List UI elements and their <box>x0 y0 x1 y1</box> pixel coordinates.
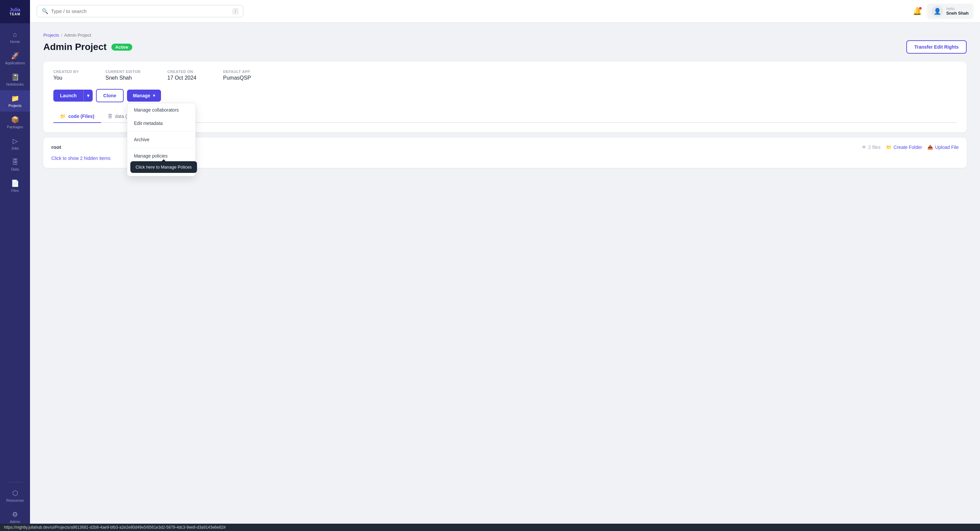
sidebar-item-projects[interactable]: 📁 Projects <box>0 90 30 112</box>
check-compliance-item[interactable]: Check compliance Beta <box>127 163 195 176</box>
manage-dropdown-wrapper: Manage ▾ Manage collaborators Edit metad… <box>127 90 161 101</box>
upload-file-button[interactable]: 📤 Upload File <box>928 144 959 150</box>
launch-button[interactable]: Launch <box>53 90 83 101</box>
breadcrumb-separator: / <box>61 33 62 38</box>
files-count-button[interactable]: 👁 2 files <box>862 144 881 150</box>
meta-row: CREATED BY You CURRENT EDITOR Sneh Shah … <box>53 70 957 81</box>
sidebar-item-label: Admin <box>10 520 20 524</box>
archive-item[interactable]: Archive <box>127 133 195 146</box>
sidebar-item-label: Projects <box>8 104 22 108</box>
topbar-right: 🔔 👤 Hello, Sneh Shah <box>913 4 973 19</box>
create-folder-button[interactable]: 📁 Create Folder <box>886 144 922 150</box>
sidebar-item-applications[interactable]: 🚀 Applications <box>0 48 30 69</box>
sidebar-item-label: Files <box>11 189 19 193</box>
file-root-label: root <box>51 144 61 150</box>
sidebar-item-jobs[interactable]: ▷ Jobs <box>0 133 30 154</box>
code-files-icon: 📁 <box>60 114 66 119</box>
transfer-edit-rights-button[interactable]: Transfer Edit Rights <box>906 40 967 54</box>
default-app-label: DEFAULT APP <box>223 70 251 74</box>
manage-dropdown-arrow: ▾ <box>153 93 155 98</box>
sidebar-item-data[interactable]: 🗄 Data <box>0 154 30 175</box>
sidebar-item-packages[interactable]: 📦 Packages <box>0 112 30 133</box>
file-actions: 👁 2 files 📁 Create Folder 📤 Upload File <box>862 144 959 150</box>
manage-policies-item[interactable]: Manage policies <box>127 149 195 163</box>
breadcrumb-current: Admin Project <box>64 33 91 38</box>
url-bar: https://nightly.juliahub.dev/ui/Projects… <box>0 524 980 531</box>
status-badge: Active <box>111 44 132 51</box>
dropdown-divider-2 <box>127 147 195 148</box>
packages-icon: 📦 <box>11 116 19 124</box>
sidebar-item-label: Applications <box>5 61 25 65</box>
launch-dropdown-button[interactable]: ▾ <box>83 90 93 101</box>
data-icon: 🗄 <box>108 114 112 119</box>
notification-dot <box>919 7 922 10</box>
beta-badge: Beta <box>175 166 189 172</box>
data-icon: 🗄 <box>12 158 18 166</box>
show-hidden-items-button[interactable]: Click to show 2 hidden items <box>51 155 110 161</box>
meta-created-on: CREATED ON 17 Oct 2024 <box>167 70 196 81</box>
jobs-icon: ▷ <box>13 137 18 145</box>
notifications-button[interactable]: 🔔 <box>913 7 922 16</box>
content: Projects / Admin Project Admin Project A… <box>30 23 980 531</box>
search-box[interactable]: 🔍 / <box>37 5 243 17</box>
admin-icon: ⚙ <box>12 510 18 518</box>
current-editor-value: Sneh Shah <box>105 75 141 81</box>
meta-default-app: DEFAULT APP PumasQSP <box>223 70 251 81</box>
sidebar-item-label: Notebooks <box>6 82 24 86</box>
manage-collaborators-item[interactable]: Manage collaborators <box>127 103 195 117</box>
created-on-value: 17 Oct 2024 <box>167 75 196 81</box>
sidebar-item-label: Data <box>11 167 19 171</box>
manage-dropdown-menu: Manage collaborators Edit metadata Archi… <box>127 103 196 176</box>
main-area: 🔍 / 🔔 👤 Hello, Sneh Shah Projects / Admi <box>30 0 980 531</box>
breadcrumb-projects-link[interactable]: Projects <box>43 33 59 38</box>
current-editor-label: CURRENT EDITOR <box>105 70 141 74</box>
default-app-value: PumasQSP <box>223 75 251 81</box>
edit-metadata-item[interactable]: Edit metadata <box>127 117 195 130</box>
notebooks-icon: 📓 <box>11 73 19 81</box>
projects-icon: 📁 <box>11 94 19 102</box>
sidebar-item-home[interactable]: ⌂ Home <box>0 27 30 48</box>
user-area[interactable]: 👤 Hello, Sneh Shah <box>927 4 973 19</box>
sidebar-item-resources[interactable]: ⬡ Resources <box>0 485 30 506</box>
created-on-label: CREATED ON <box>167 70 196 74</box>
dropdown-divider-1 <box>127 131 195 132</box>
sidebar-item-label: Resources <box>6 498 24 502</box>
created-by-value: You <box>53 75 79 81</box>
logo: Julia TEAM <box>0 0 30 23</box>
eye-hidden-icon: 👁 <box>862 144 866 150</box>
project-card: CREATED BY You CURRENT EDITOR Sneh Shah … <box>43 62 967 132</box>
manage-button[interactable]: Manage ▾ <box>127 90 161 101</box>
page-title-area: Admin Project Active <box>43 42 132 52</box>
breadcrumb: Projects / Admin Project <box>43 33 967 38</box>
applications-icon: 🚀 <box>11 52 19 60</box>
sidebar-item-label: Jobs <box>11 146 19 150</box>
meta-current-editor: CURRENT EDITOR Sneh Shah <box>105 70 141 81</box>
sidebar-item-label: Home <box>10 40 20 44</box>
folder-plus-icon: 📁 <box>886 144 892 150</box>
search-shortcut: / <box>233 8 238 14</box>
created-by-label: CREATED BY <box>53 70 79 74</box>
action-row: Launch ▾ Clone Manage ▾ Manage collabora… <box>53 89 957 102</box>
tab-code-files[interactable]: 📁 code (Files) <box>53 110 101 123</box>
topbar: 🔍 / 🔔 👤 Hello, Sneh Shah <box>30 0 980 23</box>
sidebar: Julia TEAM ⌂ Home 🚀 Applications 📓 Noteb… <box>0 0 30 531</box>
logo-text: Julia TEAM <box>10 7 20 17</box>
sidebar-divider <box>8 482 23 482</box>
meta-created-by: CREATED BY You <box>53 70 79 81</box>
search-input[interactable] <box>51 8 230 14</box>
sidebar-nav: ⌂ Home 🚀 Applications 📓 Notebooks 📁 Proj… <box>0 23 30 479</box>
home-icon: ⌂ <box>13 31 17 38</box>
page-header: Admin Project Active Transfer Edit Right… <box>43 40 967 54</box>
user-name: Sneh Shah <box>947 11 969 16</box>
user-hello: Hello, <box>947 7 969 11</box>
user-info: Hello, Sneh Shah <box>947 7 969 16</box>
files-icon: 📄 <box>11 179 19 187</box>
upload-icon: 📤 <box>928 144 933 150</box>
avatar: 👤 <box>932 6 943 17</box>
search-icon: 🔍 <box>42 8 48 14</box>
sidebar-item-files[interactable]: 📄 Files <box>0 175 30 197</box>
sidebar-item-label: Packages <box>7 125 23 129</box>
sidebar-item-notebooks[interactable]: 📓 Notebooks <box>0 69 30 90</box>
clone-button[interactable]: Clone <box>96 89 124 102</box>
resources-icon: ⬡ <box>12 489 18 497</box>
